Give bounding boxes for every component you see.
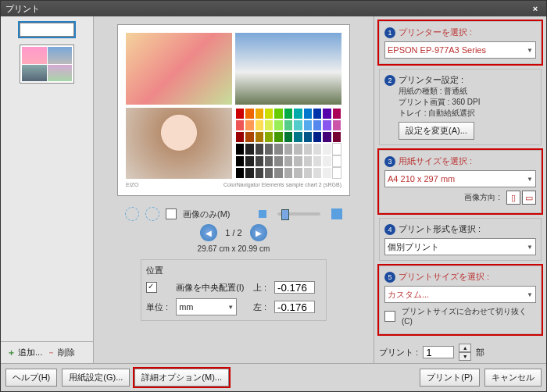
settings-panel: 1プリンターを選択 : EPSON EP-977A3 Series▼ 2プリンタ… xyxy=(374,16,546,363)
print-format-select[interactable]: 個別プリント▼ xyxy=(384,238,536,255)
copies-input[interactable] xyxy=(423,346,454,358)
add-button[interactable]: 追加... xyxy=(18,347,42,357)
print-preview: EIZO ColorNavigator Elements sample char… xyxy=(117,24,350,196)
step-4-print-format: 4プリント形式を選択 : 個別プリント▼ xyxy=(379,218,542,261)
rotate-cw-icon[interactable] xyxy=(145,207,159,221)
image-only-label: 画像のみ(M) xyxy=(183,208,231,220)
window-title: プリント xyxy=(5,3,40,15)
printer-settings-title: プリンター設定 : xyxy=(399,75,463,84)
preview-cell-swatches xyxy=(235,108,341,180)
page-indicator: 1 / 2 xyxy=(225,228,241,237)
print-format-title: プリント形式を選択 : xyxy=(399,224,481,233)
fit-crop-checkbox[interactable] xyxy=(384,311,395,322)
printer-select-title: プリンターを選択 : xyxy=(399,27,472,37)
sidebar-footer: ＋ 追加... － 削除 xyxy=(1,341,93,363)
thumbnail-list xyxy=(1,16,93,341)
sidebar: ＋ 追加... － 削除 xyxy=(1,16,94,363)
unit-select[interactable]: mm▼ xyxy=(176,298,237,315)
copies-label: プリント : xyxy=(379,347,418,358)
step-3-icon: 3 xyxy=(384,156,395,167)
prev-page-button[interactable]: ◀ xyxy=(200,224,217,241)
top-label: 上 : xyxy=(253,282,266,294)
copies-stepper[interactable]: ▲▼ xyxy=(459,344,471,361)
step-1-icon: 1 xyxy=(384,27,395,38)
orientation-label: 画像方向 : xyxy=(464,192,500,203)
left-input[interactable] xyxy=(274,301,315,313)
step-4-icon: 4 xyxy=(384,224,395,235)
step-1-printer: 1プリンターを選択 : EPSON EP-977A3 Series▼ xyxy=(379,21,542,64)
zoom-out-icon[interactable] xyxy=(259,210,266,218)
copies-unit: 部 xyxy=(476,347,484,358)
step-2-icon: 2 xyxy=(384,75,395,86)
print-button[interactable]: プリント(P) xyxy=(420,369,480,387)
plus-icon[interactable]: ＋ xyxy=(7,347,16,357)
preview-caption: ColorNavigator Elements sample chart 2 (… xyxy=(223,182,341,187)
minus-icon[interactable]: － xyxy=(47,347,55,357)
left-label: 左 : xyxy=(253,301,266,313)
help-button[interactable]: ヘルプ(H) xyxy=(5,369,57,387)
close-icon[interactable]: × xyxy=(529,4,542,13)
top-input[interactable] xyxy=(274,281,315,294)
preview-pane: EIZO ColorNavigator Elements sample char… xyxy=(94,16,374,363)
cancel-button[interactable]: キャンセル xyxy=(484,369,542,387)
title-bar: プリント × xyxy=(1,1,546,16)
fit-crop-label: プリントサイズに合わせて切り抜く(C) xyxy=(402,306,536,326)
orientation-portrait[interactable]: ▯ xyxy=(506,191,520,205)
advanced-options-button[interactable]: 詳細オプション(M)... xyxy=(134,369,229,387)
copies-row: プリント : ▲▼ 部 xyxy=(379,344,542,361)
print-size-title: プリントサイズを選択 : xyxy=(399,272,489,281)
position-group: 位置 画像を中央配置(I) 上 : 単位 : mm▼ 左 : xyxy=(141,259,327,321)
thumbnail-1[interactable] xyxy=(20,23,74,37)
zoom-slider[interactable] xyxy=(277,212,321,216)
preview-cell-portrait xyxy=(126,108,232,180)
preview-cell-food xyxy=(126,33,232,105)
preview-brand: EIZO xyxy=(126,182,138,187)
zoom-in-icon[interactable] xyxy=(331,208,342,219)
next-page-button[interactable]: ▶ xyxy=(250,224,267,241)
change-settings-button[interactable]: 設定を変更(A)... xyxy=(399,122,474,140)
step-5-icon: 5 xyxy=(384,272,395,283)
paper-size-title: 用紙サイズを選択 : xyxy=(399,156,472,166)
thumbnail-2[interactable] xyxy=(20,45,74,84)
rotate-ccw-icon[interactable] xyxy=(125,207,139,221)
position-title: 位置 xyxy=(146,265,321,276)
image-only-checkbox[interactable] xyxy=(166,208,177,219)
step-5-print-size: 5プリントサイズを選択 : カスタム...▼ プリントサイズに合わせて切り抜く(… xyxy=(379,265,542,334)
preview-cell-mountain xyxy=(235,33,341,105)
remove-button[interactable]: 削除 xyxy=(58,347,75,357)
dimensions-label: 29.67 cm x 20.99 cm xyxy=(125,244,342,253)
step-3-paper-size: 3用紙サイズを選択 : A4 210 x 297 mm▼ 画像方向 : ▯▭ xyxy=(379,150,542,213)
center-image-checkbox[interactable] xyxy=(146,282,157,293)
step-2-printer-settings: 2プリンター設定 : 用紙の種類 : 普通紙 プリント画質 : 360 DPI … xyxy=(379,69,542,145)
printer-select[interactable]: EPSON EP-977A3 Series▼ xyxy=(384,41,536,59)
orientation-landscape[interactable]: ▭ xyxy=(522,191,536,205)
unit-label: 単位 : xyxy=(146,301,168,313)
paper-settings-button[interactable]: 用紙設定(G)... xyxy=(62,369,130,387)
center-image-label: 画像を中央配置(I) xyxy=(176,282,245,294)
bottom-bar: ヘルプ(H) 用紙設定(G)... 詳細オプション(M)... プリント(P) … xyxy=(1,363,546,391)
paper-size-select[interactable]: A4 210 x 297 mm▼ xyxy=(384,170,536,187)
print-size-select[interactable]: カスタム...▼ xyxy=(384,286,536,303)
